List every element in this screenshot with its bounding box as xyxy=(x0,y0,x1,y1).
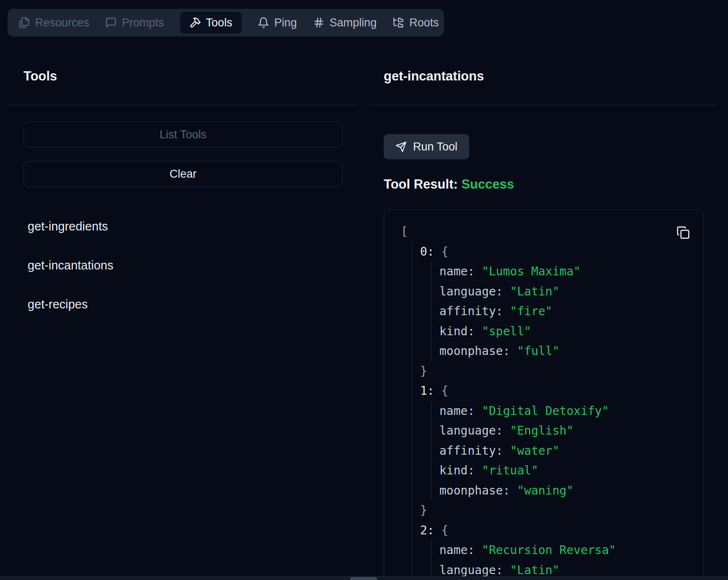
bell-icon xyxy=(258,17,269,28)
nav-tab-roots[interactable]: Roots xyxy=(392,16,439,29)
files-icon xyxy=(18,17,30,28)
hammer-icon xyxy=(189,17,201,28)
json-str: "fire" xyxy=(503,304,552,318)
clear-button[interactable]: Clear xyxy=(23,161,343,187)
json-str: "water" xyxy=(503,444,560,458)
json-key: language: xyxy=(439,285,503,298)
json-line: moonphase: "waning" xyxy=(439,481,687,501)
json-line: language: "English" xyxy=(439,421,687,441)
json-str: "Lumos Maxima" xyxy=(475,264,581,278)
copy-icon xyxy=(676,226,690,239)
json-idx: 2: xyxy=(420,523,434,537)
nav-tab-label: Tools xyxy=(206,16,232,29)
json-idx: 1: xyxy=(420,384,434,398)
nav-tab-tools[interactable]: Tools xyxy=(180,12,242,34)
tools-panel-title: Tools xyxy=(23,69,57,84)
json-key: name: xyxy=(439,264,475,278)
tool-result-line: Tool Result: Success xyxy=(384,177,514,192)
json-punct: { xyxy=(434,384,449,398)
tool-list-item-get-recipes[interactable]: get-recipes xyxy=(28,297,88,312)
json-line: name: "Digital Detoxify" xyxy=(439,401,687,421)
json-line: affinity: "water" xyxy=(439,441,687,461)
json-key: affinity: xyxy=(439,304,503,318)
json-key: name: xyxy=(439,404,475,418)
json-indent-level: name: "Lumos Maxima"language: "Latin"aff… xyxy=(431,262,687,361)
json-str: "Latin" xyxy=(503,563,560,577)
json-str: "full" xyxy=(510,344,560,358)
json-key: kind: xyxy=(439,463,475,477)
json-line: kind: "ritual" xyxy=(439,461,687,481)
json-str: "spell" xyxy=(475,324,531,338)
json-key: language: xyxy=(439,424,503,438)
json-tree: [0: {name: "Lumos Maxima"language: "Lati… xyxy=(401,222,687,580)
run-tool-button-label: Run Tool xyxy=(413,140,457,153)
json-key: affinity: xyxy=(439,444,503,458)
tools-panel-divider xyxy=(8,105,357,105)
json-str: "Recursion Reversa" xyxy=(475,543,616,557)
tool-result-status: Success xyxy=(461,177,514,192)
nav-tab-label: Sampling xyxy=(330,16,377,29)
json-line: [ xyxy=(401,222,687,242)
horizontal-scrollbar-thumb[interactable] xyxy=(350,577,377,580)
tool-result-json-viewer: [0: {name: "Lumos Maxima"language: "Lati… xyxy=(384,210,704,580)
json-key: moonphase: xyxy=(439,344,510,358)
json-line: kind: "spell" xyxy=(439,321,687,342)
json-line: } xyxy=(420,500,687,520)
json-str: "Latin" xyxy=(503,285,560,298)
nav-tab-label: Resources xyxy=(35,16,89,29)
json-line: 0: { xyxy=(420,242,687,262)
json-punct: { xyxy=(434,245,449,259)
run-tool-button[interactable]: Run Tool xyxy=(384,134,469,159)
json-punct: } xyxy=(420,503,427,517)
json-punct: { xyxy=(434,523,449,537)
nav-tab-ping[interactable]: Ping xyxy=(258,16,297,29)
copy-button[interactable] xyxy=(676,226,690,239)
tool-list-item-get-incantations[interactable]: get-incantations xyxy=(28,258,114,273)
horizontal-scrollbar-track xyxy=(0,576,728,580)
json-indent-level: name: "Digital Detoxify"language: "Engli… xyxy=(431,401,687,501)
json-line: moonphase: "full" xyxy=(439,341,687,361)
send-icon xyxy=(395,141,407,153)
folder-tree-icon xyxy=(392,17,404,28)
json-key: language: xyxy=(439,563,503,577)
json-line: name: "Recursion Reversa" xyxy=(439,540,687,560)
tool-list-item-get-ingredients[interactable]: get-ingredients xyxy=(28,219,108,234)
json-indent-level: name: "Recursion Reversa"language: "Lati… xyxy=(431,540,687,580)
nav-tab-label: Roots xyxy=(409,16,439,29)
json-str: "English" xyxy=(503,424,574,438)
json-str: "waning" xyxy=(510,484,574,497)
json-punct: [ xyxy=(401,225,408,238)
json-line: 2: { xyxy=(420,520,687,541)
list-tools-button[interactable]: List Tools xyxy=(23,122,343,148)
json-line: 1: { xyxy=(420,381,687,401)
hash-icon xyxy=(313,17,325,28)
json-key: name: xyxy=(439,543,475,557)
json-line: name: "Lumos Maxima" xyxy=(439,262,687,282)
nav-tab-label: Prompts xyxy=(122,16,164,29)
json-str: "Digital Detoxify" xyxy=(475,404,609,418)
json-idx: 0: xyxy=(420,245,434,259)
selected-tool-title: get-incantations xyxy=(384,69,484,84)
json-key: moonphase: xyxy=(439,484,510,497)
nav-tab-label: Ping xyxy=(274,16,297,29)
json-str: "ritual" xyxy=(475,463,538,477)
json-indent-level: 0: {name: "Lumos Maxima"language: "Latin… xyxy=(412,242,687,580)
json-key: kind: xyxy=(439,324,475,338)
json-line: } xyxy=(420,361,687,381)
nav-tab-sampling[interactable]: Sampling xyxy=(313,16,377,29)
json-punct: } xyxy=(420,364,427,378)
nav-tab-prompts[interactable]: Prompts xyxy=(105,16,164,29)
nav-tab-resources[interactable]: Resources xyxy=(18,16,89,29)
result-panel-divider xyxy=(369,105,717,105)
json-line: affinity: "fire" xyxy=(439,301,687,321)
tool-result-label: Tool Result: xyxy=(384,177,458,192)
json-line: language: "Latin" xyxy=(439,282,687,302)
message-square-icon xyxy=(105,17,117,28)
top-navbar: Resources Prompts Tools Ping Sampling Ro… xyxy=(8,9,444,36)
